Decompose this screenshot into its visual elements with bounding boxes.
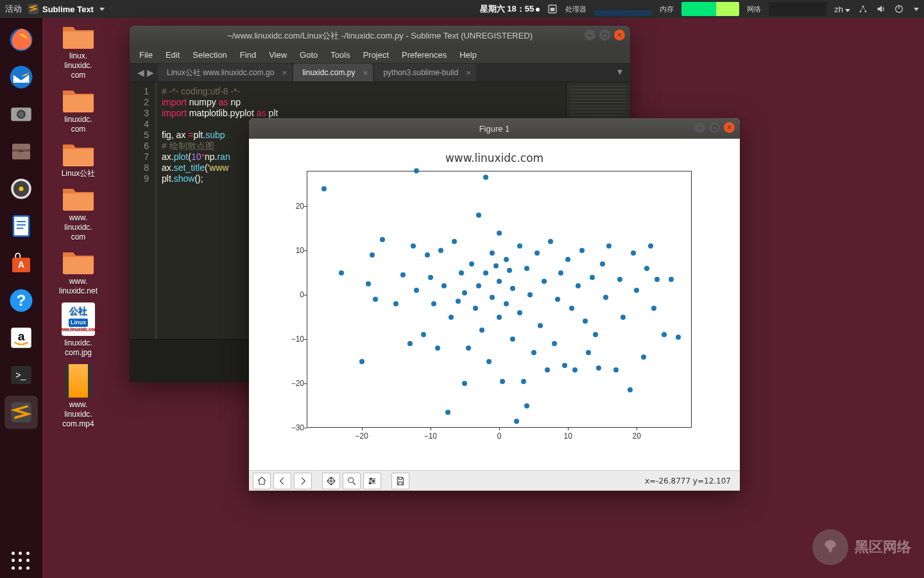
menu-help[interactable]: Help bbox=[454, 48, 483, 62]
close-button[interactable]: × bbox=[724, 122, 735, 133]
menu-goto[interactable]: Goto bbox=[294, 48, 323, 62]
scatter-point bbox=[490, 250, 495, 256]
desktop-icon[interactable]: www.linuxidc.net bbox=[46, 249, 110, 296]
scatter-point bbox=[435, 346, 440, 351]
dock-thunderbird[interactable] bbox=[4, 60, 38, 94]
svg-point-38 bbox=[369, 482, 371, 484]
sublime-icon bbox=[28, 4, 38, 14]
dock-rhythmbox[interactable] bbox=[4, 172, 38, 206]
y-tick-label: −20 bbox=[281, 379, 304, 388]
power-icon[interactable] bbox=[894, 4, 904, 14]
scatter-point bbox=[414, 168, 419, 173]
scatter-point bbox=[497, 231, 502, 236]
editor-tab[interactable]: python3.sublime-build× bbox=[374, 64, 476, 82]
tab-close-icon[interactable]: × bbox=[363, 68, 368, 78]
menu-file[interactable]: File bbox=[133, 48, 158, 62]
scatter-point bbox=[476, 213, 481, 218]
scatter-point bbox=[641, 355, 646, 360]
desktop-icon[interactable]: www.linuxidc.com bbox=[46, 185, 110, 242]
scatter-point bbox=[486, 359, 492, 364]
menu-tools[interactable]: Tools bbox=[325, 48, 355, 62]
input-lang[interactable]: zh bbox=[834, 4, 850, 14]
desktop-icon[interactable]: www.linuxidc.com.mp4 bbox=[46, 364, 110, 429]
scatter-point bbox=[466, 346, 471, 351]
activities-button[interactable]: 活动 bbox=[5, 3, 22, 15]
desktop-icon[interactable]: 公社Linuxwww.linuxidc.comlinuxidc.com.jpg bbox=[46, 302, 110, 358]
dock-help[interactable]: ? bbox=[4, 284, 38, 317]
back-button[interactable] bbox=[273, 473, 291, 489]
scatter-point bbox=[380, 237, 385, 242]
scatter-point bbox=[542, 279, 547, 284]
tab-overflow[interactable]: ▾ bbox=[610, 66, 630, 82]
scatter-point bbox=[662, 332, 667, 337]
scatter-point bbox=[400, 272, 406, 277]
gnome-topbar: 活动 Sublime Text 星期六 18：55 处理器 内存 网络 zh bbox=[0, 0, 924, 18]
home-button[interactable] bbox=[253, 473, 271, 489]
close-button[interactable]: × bbox=[614, 30, 625, 40]
dock-files[interactable] bbox=[4, 135, 38, 168]
scatter-point bbox=[600, 261, 605, 267]
dock-terminal[interactable]: >_ bbox=[4, 358, 38, 392]
tab-history-back[interactable]: ◀ bbox=[137, 67, 144, 78]
scatter-point bbox=[613, 367, 619, 372]
maximize-button[interactable]: ▢ bbox=[709, 122, 720, 133]
scatter-point bbox=[504, 301, 509, 306]
volume-icon[interactable] bbox=[876, 4, 886, 14]
scatter-point bbox=[504, 257, 509, 262]
editor-tab[interactable]: linuxidc.com.py× bbox=[293, 64, 373, 82]
desktop-icon[interactable]: linuxidc.com bbox=[46, 87, 110, 134]
minimize-button[interactable]: – bbox=[694, 122, 705, 133]
zoom-button[interactable] bbox=[343, 473, 361, 489]
editor-tab[interactable]: Linux公社 www.linuxidc.com.go× bbox=[158, 64, 292, 82]
dock-amazon[interactable]: a bbox=[4, 321, 38, 355]
tab-close-icon[interactable]: × bbox=[466, 68, 472, 78]
menu-project[interactable]: Project bbox=[357, 48, 395, 62]
dock-show-apps[interactable] bbox=[4, 545, 38, 578]
desktop-icon[interactable]: Linux公社 bbox=[46, 141, 110, 179]
menu-edit[interactable]: Edit bbox=[160, 48, 185, 62]
forward-button[interactable] bbox=[294, 473, 312, 489]
scatter-point bbox=[576, 283, 581, 288]
dock-sublime[interactable] bbox=[4, 396, 38, 429]
scatter-point bbox=[562, 363, 567, 368]
scatter-point bbox=[593, 332, 598, 337]
dock-camera[interactable] bbox=[4, 98, 38, 131]
sublime-titlebar[interactable]: ~/www.linuxidc.com/Linux公社 -/linuxidc.co… bbox=[130, 26, 630, 46]
plot-canvas[interactable]: www.linuxidc.com −30−20−1001020−20−10010… bbox=[249, 139, 740, 470]
dock-firefox[interactable] bbox=[4, 23, 38, 57]
minimize-button[interactable]: – bbox=[585, 30, 595, 40]
menu-selection[interactable]: Selection bbox=[187, 48, 232, 62]
x-tick-label: 10 bbox=[563, 432, 572, 441]
scatter-point bbox=[510, 337, 515, 342]
scatter-point bbox=[644, 266, 649, 271]
scatter-point bbox=[620, 315, 626, 320]
figure-titlebar[interactable]: Figure 1 – ▢ × bbox=[249, 118, 740, 139]
maximize-button[interactable]: ▢ bbox=[599, 30, 610, 40]
save-button[interactable] bbox=[391, 473, 409, 489]
svg-point-18 bbox=[19, 187, 24, 191]
tab-history-fwd[interactable]: ▶ bbox=[147, 67, 154, 78]
scatter-point bbox=[617, 277, 622, 282]
clock[interactable]: 星期六 18：55 bbox=[480, 3, 540, 15]
matplotlib-window: Figure 1 – ▢ × www.linuxidc.com −30−20−1… bbox=[249, 118, 740, 491]
desktop-icon[interactable]: linux.linuxidc.com bbox=[46, 23, 110, 80]
menu-find[interactable]: Find bbox=[234, 48, 262, 62]
scatter-point bbox=[634, 288, 639, 293]
scatter-point bbox=[517, 243, 522, 249]
scatter-point bbox=[628, 387, 633, 392]
tab-close-icon[interactable]: × bbox=[282, 68, 287, 78]
menu-preferences[interactable]: Preferences bbox=[396, 48, 452, 62]
dock-writer[interactable] bbox=[4, 209, 38, 243]
menu-view[interactable]: View bbox=[263, 48, 293, 62]
active-app-menu[interactable]: Sublime Text bbox=[28, 4, 105, 14]
pan-button[interactable] bbox=[322, 473, 340, 489]
y-tick-label: 0 bbox=[281, 290, 304, 299]
svg-text:a: a bbox=[18, 329, 25, 343]
dock-software[interactable]: A bbox=[4, 247, 38, 280]
network-icon[interactable] bbox=[858, 4, 868, 14]
scatter-point bbox=[669, 277, 674, 282]
scatter-point bbox=[411, 243, 416, 249]
screenshot-icon[interactable] bbox=[547, 4, 558, 14]
configure-button[interactable] bbox=[363, 473, 381, 489]
net-label: 网络 bbox=[747, 4, 761, 14]
